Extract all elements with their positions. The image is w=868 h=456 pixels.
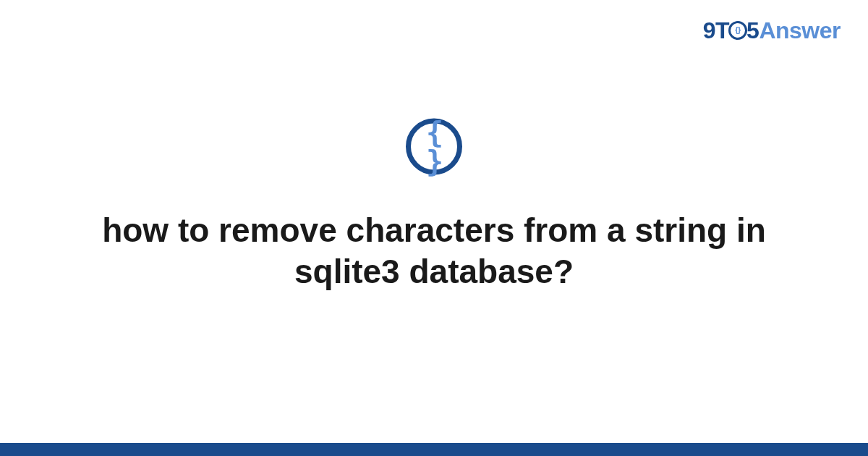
logo-text-9t: 9T [703,17,729,43]
question-title: how to remove characters from a string i… [80,209,788,292]
braces-glyph: { } [411,117,457,175]
logo-o-icon: {} [728,21,747,40]
main-content: { } how to remove characters from a stri… [0,118,868,292]
logo-text-5: 5 [746,17,759,43]
code-braces-icon: { } [406,118,462,174]
footer-bar [0,443,868,456]
site-logo: 9T{}5Answer [703,17,841,44]
logo-text-answer: Answer [759,17,841,43]
logo-o-inner-braces: {} [735,26,741,34]
